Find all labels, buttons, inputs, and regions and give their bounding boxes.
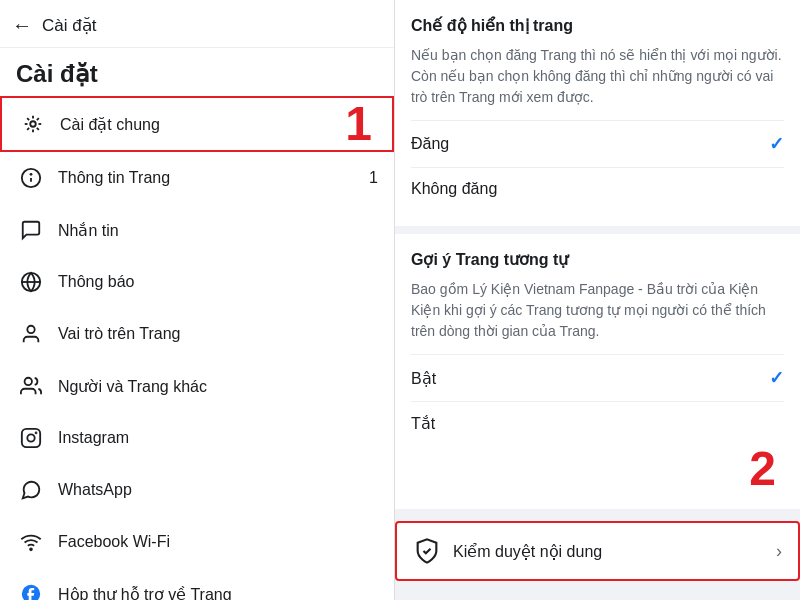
option-no-post[interactable]: Không đăng [411, 167, 784, 210]
settings-icon [18, 109, 48, 139]
sidebar-item-inbox[interactable]: Hộp thư hỗ trợ về Trang [0, 568, 394, 600]
svg-point-14 [27, 326, 34, 333]
display-mode-section: Chế độ hiển thị trang Nếu bạn chọn đăng … [395, 0, 800, 226]
left-panel: ← Cài đặt Cài đặt Cài đặt chung 1 [0, 0, 395, 600]
svg-rect-16 [22, 429, 40, 447]
instagram-icon [16, 423, 46, 453]
number-2-badge: 2 [411, 445, 784, 493]
svg-point-17 [27, 434, 34, 441]
svg-line-5 [27, 118, 29, 120]
page-info-badge: 1 [369, 169, 378, 187]
sidebar-item-notifications[interactable]: Thông báo [0, 256, 394, 308]
person-icon [16, 319, 46, 349]
back-title: Cài đặt [42, 15, 96, 36]
facebook-icon [16, 579, 46, 600]
svg-point-19 [30, 548, 32, 550]
svg-line-8 [27, 128, 29, 130]
sidebar-item-general[interactable]: Cài đặt chung 1 [0, 96, 394, 152]
review-content-item[interactable]: Kiểm duyệt nội dung › [397, 523, 798, 579]
review-content-label: Kiểm duyệt nội dung [453, 542, 776, 561]
globe-icon [16, 267, 46, 297]
message-icon [16, 215, 46, 245]
svg-point-15 [25, 378, 32, 385]
wifi-icon [16, 527, 46, 557]
option-no-post-label: Không đăng [411, 180, 497, 198]
people-pages-label: Người và Trang khác [58, 377, 378, 396]
sidebar-item-messages[interactable]: Nhắn tin [0, 204, 394, 256]
sidebar-item-page-info[interactable]: Thông tin Trang 1 [0, 152, 394, 204]
shield-icon [413, 537, 441, 565]
notifications-label: Thông báo [58, 273, 378, 291]
option-on[interactable]: Bật ✓ [411, 354, 784, 401]
back-arrow-icon[interactable]: ← [12, 14, 32, 37]
option-post-label: Đăng [411, 135, 449, 153]
whatsapp-icon [16, 475, 46, 505]
section-title: Cài đặt [0, 48, 394, 96]
option-post[interactable]: Đăng ✓ [411, 120, 784, 167]
svg-point-18 [36, 433, 37, 434]
roles-label: Vai trò trên Trang [58, 325, 378, 343]
menu-list: Cài đặt chung 1 Thông tin Trang 1 Nh [0, 96, 394, 600]
review-content-section: Kiểm duyệt nội dung › [395, 521, 800, 581]
inbox-label: Hộp thư hỗ trợ về Trang [58, 585, 378, 601]
option-on-label: Bật [411, 369, 436, 388]
option-off[interactable]: Tắt [411, 401, 784, 445]
display-mode-title: Chế độ hiển thị trang [411, 16, 784, 35]
instagram-label: Instagram [58, 429, 378, 447]
whatsapp-label: WhatsApp [58, 481, 378, 499]
messages-label: Nhắn tin [58, 221, 378, 240]
sidebar-item-people-pages[interactable]: Người và Trang khác [0, 360, 394, 412]
info-icon [16, 163, 46, 193]
wifi-label: Facebook Wi-Fi [58, 533, 378, 551]
svg-line-7 [37, 118, 39, 120]
display-mode-desc: Nếu bạn chọn đăng Trang thì nó sẽ hiển t… [411, 45, 784, 108]
suggestion-title: Gợi ý Trang tương tự [411, 250, 784, 269]
svg-point-2 [30, 121, 36, 127]
svg-line-6 [37, 128, 39, 130]
chevron-right-icon: › [776, 541, 782, 562]
option-off-label: Tắt [411, 414, 435, 433]
suggestion-desc: Bao gồm Lý Kiện Vietnam Fanpage - Bầu tr… [411, 279, 784, 342]
suggestion-section: Gợi ý Trang tương tự Bao gồm Lý Kiện Vie… [395, 234, 800, 509]
back-header: ← Cài đặt [0, 0, 394, 48]
sidebar-item-instagram[interactable]: Instagram [0, 412, 394, 464]
right-panel: Chế độ hiển thị trang Nếu bạn chọn đăng … [395, 0, 800, 600]
people-icon [16, 371, 46, 401]
on-checkmark: ✓ [769, 367, 784, 389]
page-info-label: Thông tin Trang [58, 169, 365, 187]
sidebar-item-facebook-wifi[interactable]: Facebook Wi-Fi [0, 516, 394, 568]
post-checkmark: ✓ [769, 133, 784, 155]
sidebar-item-roles[interactable]: Vai trò trên Trang [0, 308, 394, 360]
sidebar-item-whatsapp[interactable]: WhatsApp [0, 464, 394, 516]
general-settings-label: Cài đặt chung [60, 115, 376, 134]
